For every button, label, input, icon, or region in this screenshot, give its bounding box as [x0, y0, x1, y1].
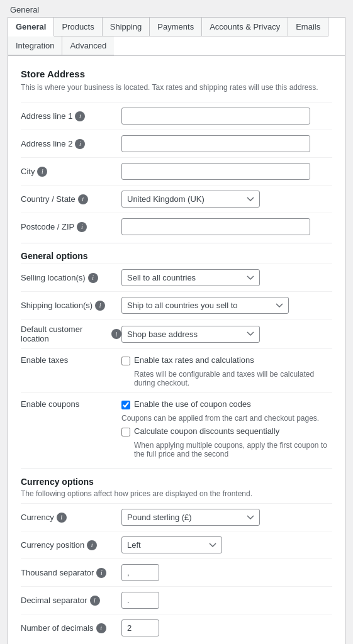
thousand-separator-info-icon[interactable]: i — [96, 568, 106, 578]
enable-coupons-label: Enable coupons — [21, 399, 121, 409]
store-address-title: Store Address — [21, 66, 332, 79]
address1-input[interactable] — [121, 108, 310, 125]
default-location-row: Default customer location i Shop base ad… — [21, 319, 332, 348]
default-location-info-icon[interactable]: i — [111, 329, 121, 339]
decimal-separator-info-icon[interactable]: i — [90, 596, 100, 606]
shipping-locations-label: Shipping location(s) i — [21, 301, 121, 311]
address2-label: Address line 2 i — [21, 139, 121, 149]
currency-position-field: Left Right Left with space Right with sp… — [121, 536, 332, 553]
shipping-locations-select[interactable]: Ship to all countries you sell to Ship t… — [121, 297, 289, 314]
postcode-row: Postcode / ZIP i — [21, 213, 332, 240]
currency-row: Currency i Pound sterling (£) US Dollar … — [21, 503, 332, 531]
selling-locations-field: Sell to all countries Sell to specific c… — [121, 269, 332, 286]
tab-accounts[interactable]: Accounts & Privacy — [202, 18, 288, 36]
tab-shipping[interactable]: Shipping — [103, 18, 150, 36]
city-row: City i — [21, 157, 332, 185]
general-options-title: General options — [21, 251, 332, 261]
store-address-desc: This is where your business is located. … — [21, 83, 332, 92]
selling-locations-select[interactable]: Sell to all countries Sell to specific c… — [121, 269, 260, 286]
shipping-locations-field: Ship to all countries you sell to Ship t… — [121, 297, 332, 314]
default-location-select[interactable]: Shop base address Geolocate No location … — [121, 326, 260, 343]
enable-coupons-checkbox[interactable] — [121, 401, 130, 409]
sequential-coupons-hint: When applying multiple coupons, apply th… — [134, 441, 332, 458]
enable-coupons-field: Enable the use of coupon codes Coupons c… — [121, 399, 332, 458]
num-decimals-label: Number of decimals i — [21, 623, 121, 633]
country-label: Country / State i — [21, 194, 121, 204]
address1-row: Address line 1 i — [21, 102, 332, 130]
selling-locations-info-icon[interactable]: i — [88, 273, 98, 283]
currency-select[interactable]: Pound sterling (£) US Dollar ($) Euro (€… — [121, 509, 260, 526]
currency-position-select[interactable]: Left Right Left with space Right with sp… — [121, 536, 222, 553]
page-title: General — [10, 5, 39, 14]
enable-taxes-label: Enable taxes — [21, 355, 121, 365]
currency-position-info-icon[interactable]: i — [87, 540, 97, 550]
main-content: General Products Shipping Payments Accou… — [0, 17, 353, 644]
address2-input[interactable] — [121, 135, 310, 152]
selling-locations-label: Selling location(s) i — [21, 273, 121, 283]
postcode-info-icon[interactable]: i — [77, 222, 87, 232]
tab-products[interactable]: Products — [54, 18, 102, 36]
address1-info-icon[interactable]: i — [75, 111, 85, 121]
num-decimals-input[interactable] — [121, 619, 159, 636]
sequential-coupons-label: Calculate coupon discounts sequentially — [134, 426, 279, 436]
decimal-separator-label: Decimal separator i — [21, 596, 121, 606]
currency-options-desc: The following options affect how prices … — [21, 489, 332, 498]
num-decimals-info-icon[interactable]: i — [96, 623, 106, 633]
enable-taxes-checkbox-label: Enable tax rates and calculations — [134, 355, 254, 365]
enable-taxes-checkbox[interactable] — [121, 357, 130, 365]
tabs-container: General Products Shipping Payments Accou… — [8, 17, 345, 55]
enable-coupons-row: Enable coupons Enable the use of coupon … — [21, 392, 332, 464]
currency-info-icon[interactable]: i — [57, 513, 67, 523]
enable-taxes-checkbox-row: Enable tax rates and calculations — [121, 355, 254, 365]
enable-taxes-field: Enable tax rates and calculations Rates … — [121, 355, 332, 387]
selling-locations-row: Selling location(s) i Sell to all countr… — [21, 264, 332, 291]
tab-emails[interactable]: Emails — [288, 18, 328, 36]
tab-advanced[interactable]: Advanced — [62, 36, 114, 55]
default-location-field: Shop base address Geolocate No location … — [121, 326, 332, 343]
postcode-input[interactable] — [121, 218, 310, 235]
currency-field: Pound sterling (£) US Dollar ($) Euro (€… — [121, 509, 332, 526]
enable-taxes-hint: Rates will be configurable and taxes wil… — [134, 370, 332, 387]
country-info-icon[interactable]: i — [78, 194, 88, 204]
thousand-separator-input[interactable] — [121, 564, 159, 581]
city-info-icon[interactable]: i — [37, 167, 47, 177]
city-label: City i — [21, 167, 121, 177]
postcode-field — [121, 218, 332, 235]
general-options-section: General options — [21, 243, 332, 261]
tab-general[interactable]: General — [8, 18, 54, 36]
num-decimals-field — [121, 619, 332, 636]
sequential-coupons-checkbox[interactable] — [121, 428, 130, 436]
enable-taxes-row: Enable taxes Enable tax rates and calcul… — [21, 348, 332, 392]
enable-coupons-checkbox-label: Enable the use of coupon codes — [134, 399, 251, 409]
thousand-separator-label: Thousand separator i — [21, 568, 121, 578]
currency-label: Currency i — [21, 513, 121, 523]
shipping-locations-row: Shipping location(s) i Ship to all count… — [21, 291, 332, 319]
shipping-locations-info-icon[interactable]: i — [95, 301, 105, 311]
tab-payments[interactable]: Payments — [150, 18, 202, 36]
enable-coupons-hint: Coupons can be applied from the cart and… — [121, 414, 319, 423]
num-decimals-row: Number of decimals i — [21, 614, 332, 641]
address2-row: Address line 2 i — [21, 130, 332, 157]
decimal-separator-row: Decimal separator i — [21, 586, 332, 614]
page-header: General — [0, 0, 353, 17]
settings-card: Store Address This is where your busines… — [8, 55, 345, 644]
country-row: Country / State i United Kingdom (UK) Un… — [21, 185, 332, 213]
country-select[interactable]: United Kingdom (UK) United States (US) G… — [121, 191, 260, 208]
currency-options-title: Currency options — [21, 477, 332, 487]
address2-info-icon[interactable]: i — [75, 139, 85, 149]
decimal-separator-field — [121, 592, 332, 609]
currency-position-label: Currency position i — [21, 540, 121, 550]
thousand-separator-row: Thousand separator i — [21, 558, 332, 586]
currency-options-section: Currency options The following options a… — [21, 469, 332, 498]
thousand-separator-field — [121, 564, 332, 581]
city-input[interactable] — [121, 163, 310, 180]
tab-integration[interactable]: Integration — [8, 36, 62, 55]
enable-coupons-checkbox-row: Enable the use of coupon codes — [121, 399, 251, 409]
default-location-label: Default customer location i — [21, 325, 121, 343]
address1-field — [121, 108, 332, 125]
address2-field — [121, 135, 332, 152]
currency-position-row: Currency position i Left Right Left with… — [21, 531, 332, 558]
decimal-separator-input[interactable] — [121, 592, 159, 609]
postcode-label: Postcode / ZIP i — [21, 222, 121, 232]
address1-label: Address line 1 i — [21, 111, 121, 121]
